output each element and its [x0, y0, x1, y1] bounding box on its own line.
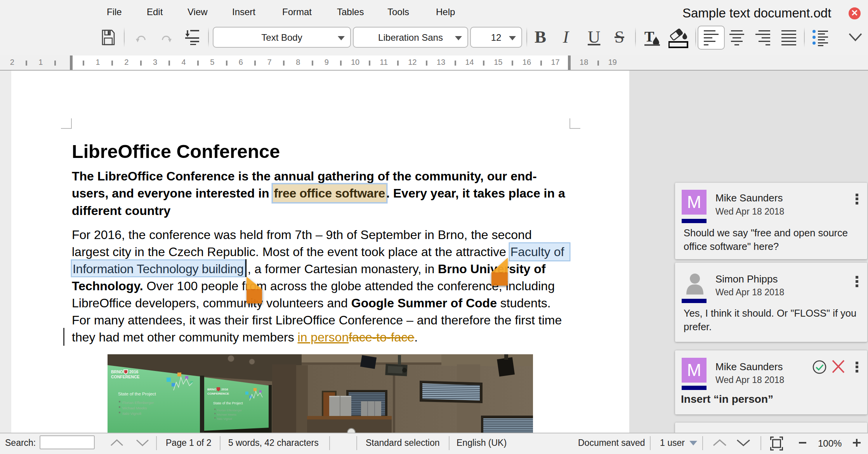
svg-text:Michael Meeks: Michael Meeks — [217, 413, 236, 416]
svg-text:State of the Project: State of the Project — [118, 392, 156, 396]
svg-text:Italo Vignoli: Italo Vignoli — [217, 417, 232, 421]
svg-text:BRNO: BRNO — [111, 369, 123, 374]
svg-text:CONFERENCE: CONFERENCE — [207, 392, 229, 395]
svg-text:Florian Effenberger: Florian Effenberger — [217, 409, 242, 412]
svg-text:State of the Project: State of the Project — [213, 401, 243, 405]
svg-text:CONFERENCE: CONFERENCE — [111, 374, 140, 379]
svg-text:Italo Vignoli: Italo Vignoli — [122, 411, 141, 416]
svg-text:BRNO: BRNO — [207, 388, 217, 391]
svg-text:Florian Effenberger: Florian Effenberger — [122, 400, 154, 405]
svg-text:Michael Meeks: Michael Meeks — [122, 406, 147, 410]
svg-text:2016: 2016 — [221, 388, 228, 391]
svg-text:2016: 2016 — [129, 369, 139, 374]
